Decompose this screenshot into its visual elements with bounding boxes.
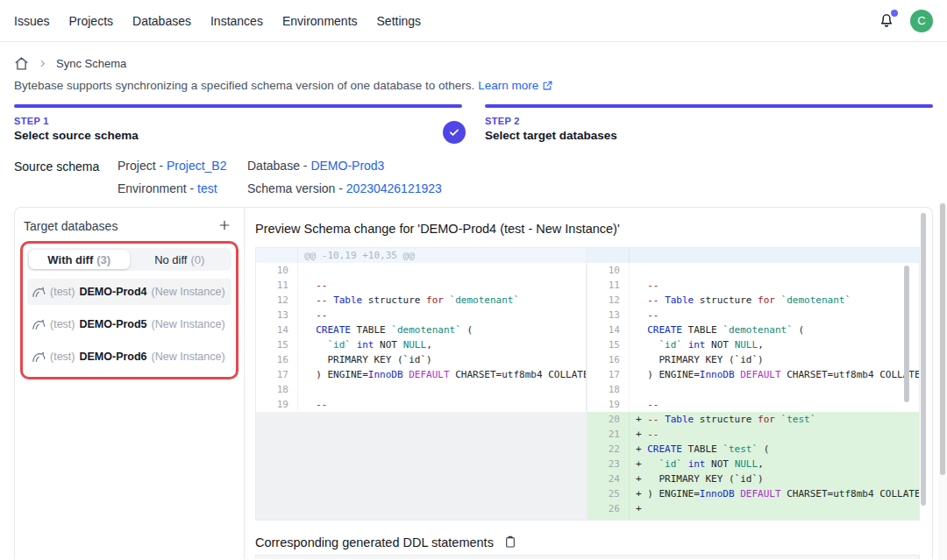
diff-line: 11 --: [256, 278, 586, 293]
code-token: NULL: [403, 339, 427, 351]
code-token: `demotenant`: [723, 324, 792, 336]
ddl-statements-block: [255, 555, 920, 559]
code-token: int: [357, 339, 374, 351]
diff-line: 19 --: [587, 397, 919, 412]
diff-vertical-scrollbar[interactable]: [904, 266, 909, 402]
diff-line-prefix: [304, 309, 316, 321]
diff-hunk-header: [587, 248, 919, 263]
learn-more-link[interactable]: Learn more: [478, 79, 538, 92]
target-database-item[interactable]: (test)DEMO-Prod4(New Instance): [27, 279, 231, 305]
diff-line-prefix: [304, 280, 316, 291]
diff-line: 16 PRIMARY KEY (`id`): [587, 352, 919, 367]
code-token: CHARSET=utf8mb4 COLLATE=utf8mb4_general_…: [450, 369, 586, 380]
diff-line: 14 CREATE TABLE `demotenant` (: [256, 323, 586, 337]
line-number: 17: [256, 367, 298, 382]
field-value-link[interactable]: DEMO-Prod3: [310, 159, 384, 173]
avatar[interactable]: C: [910, 10, 933, 32]
diff-line: 17 ) ENGINE=InnoDB DEFAULT CHARSET=utf8m…: [587, 367, 919, 382]
code-token: PRIMARY KEY (`id`): [647, 354, 763, 365]
diff-line: 18: [256, 382, 586, 397]
tab-with-diff[interactable]: With diff (3): [29, 250, 130, 269]
source-schema-fields: Project - Project_B2Database - DEMO-Prod…: [117, 159, 442, 195]
nav-item-issues[interactable]: Issues: [14, 14, 49, 28]
code-token: `test`: [781, 414, 816, 425]
target-database-item[interactable]: (test)DEMO-Prod5(New Instance): [27, 311, 231, 337]
code-token: NOT: [374, 339, 403, 351]
line-number: 25: [587, 486, 630, 501]
diff-line-prefix: +: [636, 458, 647, 470]
line-content: --: [298, 308, 586, 323]
field-value-link[interactable]: 20230426121923: [346, 181, 442, 195]
diff-line: 10: [587, 263, 919, 278]
nav-item-instances[interactable]: Instances: [210, 14, 263, 28]
main-nav: IssuesProjectsDatabasesInstancesEnvironm…: [14, 14, 421, 28]
copy-ddl-button[interactable]: [502, 535, 518, 550]
tab-no-diff-label: No diff: [154, 253, 187, 266]
code-token: `demotenant`: [781, 294, 851, 306]
step-2-progress-bar: [485, 104, 933, 108]
code-token: --: [316, 399, 327, 410]
field-value-link[interactable]: test: [197, 181, 217, 195]
code-token: `demotenant`: [450, 294, 519, 306]
line-number: 21: [587, 427, 630, 442]
db-instance-suffix: (New Instance): [152, 318, 225, 330]
line-content: + `id` int NOT NULL,: [630, 457, 919, 471]
code-token: NULL: [735, 458, 758, 470]
diff-line-prefix: [304, 294, 316, 306]
step-2: STEP 2 Select target databases: [485, 104, 933, 142]
line-number: 14: [256, 323, 298, 337]
diff-line-prefix: [304, 265, 316, 276]
code-token: int: [688, 458, 706, 470]
code-token: --: [647, 399, 659, 410]
line-number: 16: [587, 352, 630, 367]
ddl-statements-header: Corresponding generated DDL statements: [255, 535, 920, 550]
code-token: PRIMARY KEY (`id`): [316, 354, 431, 365]
line-content: + --: [630, 427, 919, 442]
code-token: NOT: [706, 458, 735, 470]
page-title: Sync Schema: [56, 57, 126, 70]
line-number: 14: [587, 323, 630, 337]
diff-line: 14 CREATE TABLE `demotenant` (: [587, 323, 919, 337]
page-scrollbar-thumb[interactable]: [940, 203, 945, 475]
diff-line: 12 -- Table structure for `demotenant`: [587, 293, 919, 308]
nav-item-databases[interactable]: Databases: [132, 14, 191, 28]
step-1-progress-bar: [14, 104, 462, 108]
nav-item-settings[interactable]: Settings: [377, 14, 422, 28]
code-token: InnoDB: [700, 488, 735, 500]
preview-panel-scrollbar[interactable]: [921, 213, 926, 506]
db-name: DEMO-Prod6: [79, 351, 146, 363]
tab-with-diff-label: With diff: [47, 253, 93, 266]
diff-line-prefix: [636, 384, 647, 395]
step-2-title: Select target databases: [485, 129, 933, 142]
home-icon[interactable]: [14, 56, 29, 71]
target-databases-panel: Target databases With diff (3) No diff (…: [15, 208, 245, 559]
target-database-item[interactable]: (test)DEMO-Prod6(New Instance): [27, 344, 231, 370]
code-token: [647, 339, 659, 351]
diff-line-prefix: +: [636, 473, 647, 485]
nav-item-environments[interactable]: Environments: [282, 14, 358, 28]
code-token: [775, 414, 781, 425]
line-number: 18: [256, 382, 298, 397]
add-target-database-button[interactable]: [214, 216, 235, 237]
code-token: [775, 294, 781, 306]
notification-bell-button[interactable]: [877, 11, 896, 31]
tab-no-diff[interactable]: No diff (0): [130, 250, 231, 269]
source-field-project: Project - Project_B2: [117, 159, 247, 173]
db-environment-label: (test): [50, 318, 75, 330]
nav-item-projects[interactable]: Projects: [68, 14, 113, 28]
line-number-gutter: [587, 248, 630, 263]
diff-line-prefix: [304, 384, 316, 395]
diff-pane-source: @@ -10,19 +10,35 @@10 11 --12 -- Table s…: [256, 248, 587, 520]
code-token: DEFAULT: [409, 369, 449, 380]
code-token: Table: [665, 294, 694, 306]
code-token: (: [758, 443, 769, 455]
diff-line-prefix: [304, 354, 316, 365]
line-content: `id` int NOT NULL,: [630, 337, 919, 352]
diff-line-prefix: [636, 369, 647, 380]
code-token: (: [461, 324, 473, 336]
code-token: `id`: [659, 339, 683, 351]
field-value-link[interactable]: Project_B2: [167, 159, 226, 173]
db-name: DEMO-Prod5: [79, 318, 146, 330]
diff-line-prefix: [304, 399, 316, 410]
mysql-icon: [32, 285, 46, 299]
